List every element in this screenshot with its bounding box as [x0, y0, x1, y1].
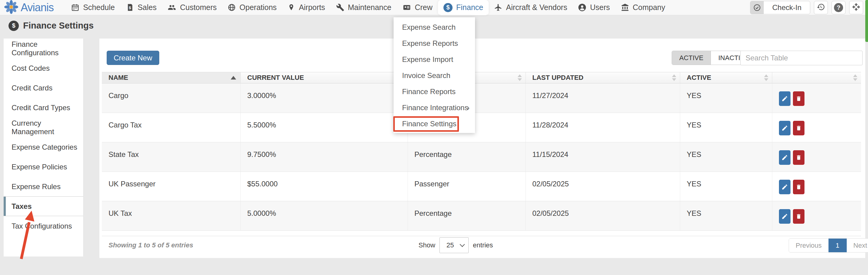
- plane-icon: [494, 3, 502, 11]
- entries-label: entries: [473, 241, 493, 249]
- previous-page-button[interactable]: Previous: [789, 239, 829, 252]
- person-icon: [578, 3, 586, 11]
- next-page-button[interactable]: Next: [847, 239, 868, 252]
- nav-item-customers[interactable]: Customers: [162, 0, 222, 15]
- sidebar-item-label: Expense Rules: [11, 182, 60, 191]
- column-header-current-value[interactable]: CURRENT VALUE: [240, 72, 408, 83]
- cell-current-value: 5.5000%: [240, 113, 408, 142]
- cell-name: Cargo: [102, 83, 240, 113]
- column-header-actions[interactable]: [772, 72, 861, 83]
- filter-active-button[interactable]: ACTIVE: [672, 51, 711, 65]
- edit-button[interactable]: [779, 121, 790, 135]
- nav-item-sales[interactable]: $ Sales: [120, 0, 162, 15]
- sidebar-item-credit-card-types[interactable]: Credit Card Types: [4, 98, 83, 117]
- globe-icon: [228, 3, 236, 11]
- nav-label: Aircraft & Vendors: [506, 3, 567, 12]
- edit-button[interactable]: [779, 91, 790, 106]
- nav-item-airports[interactable]: Airports: [282, 0, 330, 15]
- delete-button[interactable]: [793, 180, 804, 194]
- dollar-circle-icon: $: [443, 3, 453, 12]
- nav-label: Users: [590, 3, 610, 12]
- avianis-pinwheel-icon: [4, 0, 18, 15]
- delete-button[interactable]: [793, 209, 804, 224]
- cell-current-value: 3.0000%: [240, 83, 408, 113]
- menu-item-finance-integrations[interactable]: Finance Integrations ›: [394, 100, 475, 116]
- chevron-down-icon: [460, 242, 465, 247]
- sidebar-item-label: Expense Policies: [11, 163, 67, 171]
- top-nav: Avianis Schedule $ Sales Customer: [0, 0, 868, 15]
- nav-item-aircraft-vendors[interactable]: Aircraft & Vendors: [489, 0, 572, 15]
- sort-ascending-icon: [231, 76, 236, 79]
- nav-item-maintenance[interactable]: Maintenance: [331, 0, 397, 15]
- sidebar-item-label: Finance Configurations: [11, 40, 83, 57]
- nav-item-users[interactable]: Users: [572, 0, 615, 15]
- current-page-button[interactable]: 1: [829, 239, 847, 252]
- sidebar-item-label: Taxes: [11, 202, 32, 211]
- nav-item-crew[interactable]: Crew: [397, 0, 438, 15]
- menu-item-invoice-search[interactable]: Invoice Search: [394, 67, 475, 83]
- map-pin-icon: [287, 3, 295, 11]
- pagination: Previous 1 Next: [789, 238, 868, 252]
- page-size-select[interactable]: 25: [439, 237, 469, 253]
- table-row: Cargo 3.0000% 11/27/2024 YES: [102, 83, 861, 113]
- nav-item-finance[interactable]: $ Finance: [438, 0, 489, 15]
- column-header-active[interactable]: ACTIVE: [680, 72, 772, 83]
- feedback-widget-tab[interactable]: [865, 0, 868, 42]
- delete-button[interactable]: [793, 150, 804, 165]
- check-in-button[interactable]: Check-In: [750, 1, 810, 14]
- svg-text:$: $: [129, 5, 131, 10]
- menu-item-finance-reports[interactable]: Finance Reports: [394, 83, 475, 100]
- history-button[interactable]: [814, 1, 828, 14]
- menu-item-expense-import[interactable]: Expense Import: [394, 51, 475, 67]
- cell-current-value: 5.0000%: [240, 201, 408, 231]
- create-new-button[interactable]: Create New: [107, 51, 159, 65]
- top-nav-actions: Check-In ?: [750, 1, 863, 14]
- cell-current-value: $55.0000: [240, 172, 408, 201]
- sidebar-item-label: Currency Management: [11, 119, 83, 136]
- sidebar-item-cost-codes[interactable]: Cost Codes: [4, 58, 83, 78]
- sidebar-item-tax-configurations[interactable]: Tax Configurations: [4, 216, 83, 236]
- search-table-input[interactable]: [740, 51, 863, 65]
- delete-button[interactable]: [793, 91, 804, 106]
- nav-label: Finance: [456, 3, 483, 12]
- sidebar-item-expense-policies[interactable]: Expense Policies: [4, 157, 83, 177]
- edit-button[interactable]: [779, 150, 790, 165]
- sort-icon: [672, 74, 676, 81]
- menu-item-finance-settings[interactable]: Finance Settings: [394, 116, 475, 132]
- nav-item-operations[interactable]: Operations: [222, 0, 282, 15]
- sidebar-item-taxes[interactable]: Taxes: [4, 196, 83, 216]
- help-button[interactable]: ?: [832, 1, 845, 14]
- cell-type: Passenger: [408, 172, 525, 201]
- page-size-control: Show 25 entries: [418, 237, 493, 253]
- expand-button[interactable]: [849, 1, 863, 14]
- delete-button[interactable]: [793, 121, 804, 135]
- cell-type: Percentage: [408, 201, 525, 231]
- sidebar-item-currency-management[interactable]: Currency Management: [4, 117, 83, 137]
- table-header-row: NAME CURRENT VALUE LAST UPDATED ACTIVE: [102, 72, 861, 83]
- cell-active: YES: [680, 83, 772, 113]
- settings-sidebar: Finance Configurations Cost Codes Credit…: [4, 39, 84, 256]
- menu-item-expense-search[interactable]: Expense Search: [394, 19, 475, 35]
- cell-name: Cargo Tax: [102, 113, 240, 142]
- dollar-circle-icon: $: [8, 21, 19, 31]
- app-logo[interactable]: Avianis: [4, 0, 54, 15]
- cell-active: YES: [680, 142, 772, 172]
- sidebar-item-credit-cards[interactable]: Credit Cards: [4, 78, 83, 98]
- edit-button[interactable]: [779, 209, 790, 224]
- sidebar-item-expense-rules[interactable]: Expense Rules: [4, 177, 83, 196]
- sidebar-item-finance-configurations[interactable]: Finance Configurations: [4, 39, 83, 58]
- column-header-name[interactable]: NAME: [102, 72, 240, 83]
- nav-item-company[interactable]: Company: [615, 0, 671, 15]
- page-title: Finance Settings: [23, 21, 94, 31]
- column-header-last-updated[interactable]: LAST UPDATED: [525, 72, 680, 83]
- menu-item-expense-reports[interactable]: Expense Reports: [394, 35, 475, 51]
- calendar-icon: [71, 3, 79, 11]
- cell-active: YES: [680, 172, 772, 201]
- nav-item-schedule[interactable]: Schedule: [66, 0, 120, 15]
- table-row: UK Passenger $55.0000 Passenger 02/05/20…: [102, 172, 861, 201]
- nav-label: Sales: [138, 3, 157, 12]
- edit-button[interactable]: [779, 180, 790, 194]
- question-mark-icon: ?: [834, 3, 843, 12]
- check-in-label: Check-In: [764, 1, 810, 14]
- sidebar-item-expense-categories[interactable]: Expense Categories: [4, 137, 83, 157]
